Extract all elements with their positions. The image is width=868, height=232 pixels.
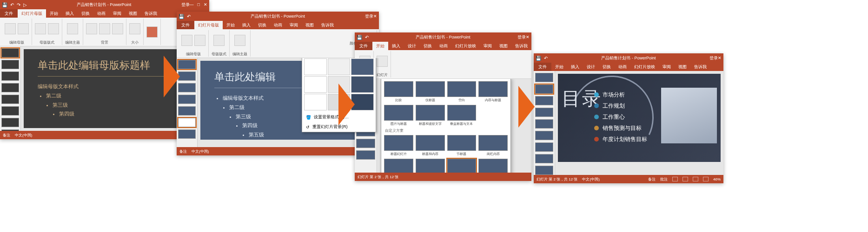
layout-option[interactable] [384, 81, 413, 97]
tab-file[interactable]: 文件 [0, 9, 18, 18]
insert-layout-button[interactable] [18, 23, 29, 34]
layout-option[interactable] [416, 105, 445, 121]
layout-thumb[interactable] [1, 60, 19, 69]
tab-file[interactable]: 文件 [355, 42, 372, 50]
layout-option[interactable] [447, 135, 477, 151]
thumbnail-pane[interactable] [0, 46, 21, 131]
notes-button[interactable]: 备注 [3, 133, 10, 138]
slideshow-icon[interactable]: ▷ [23, 2, 27, 7]
layout-thumb[interactable] [178, 118, 196, 127]
effects-button[interactable] [112, 23, 123, 34]
save-icon[interactable]: 💾 [179, 14, 184, 19]
layout-option[interactable] [384, 105, 413, 121]
insert-master-button[interactable] [181, 35, 192, 46]
layout-option[interactable] [416, 81, 445, 97]
slide-thumb[interactable] [535, 96, 553, 105]
bg-swatch[interactable] [304, 76, 327, 93]
insert-layout-button[interactable] [194, 35, 205, 46]
bg-swatch[interactable] [304, 94, 327, 110]
login-label[interactable]: 登录 [365, 13, 373, 19]
close-button[interactable]: ✕ [526, 35, 530, 39]
master-thumb[interactable] [178, 60, 196, 69]
slide-thumb[interactable] [535, 73, 553, 82]
layout-option[interactable] [416, 135, 445, 151]
slide-thumb[interactable] [535, 108, 553, 117]
tab-view[interactable]: 视图 [496, 42, 511, 50]
close-button[interactable]: ✕ [373, 14, 377, 19]
tab-view[interactable]: 视图 [302, 21, 318, 29]
themes-button[interactable] [67, 23, 78, 34]
slide-thumb[interactable] [535, 119, 553, 129]
login-label[interactable]: 登录 [517, 34, 526, 40]
colors-button[interactable] [86, 23, 97, 34]
tab-review[interactable]: 审阅 [480, 42, 496, 50]
layout-thumb[interactable] [178, 129, 196, 139]
save-icon[interactable]: 💾 [2, 2, 7, 7]
master-layout-button[interactable] [35, 23, 46, 34]
language-indicator[interactable]: 中文(中国) [192, 149, 209, 154]
slide-thumb[interactable] [535, 84, 553, 94]
layout-thumb[interactable] [1, 83, 19, 92]
slide-thumbnail-pane[interactable] [534, 71, 555, 175]
tab-review[interactable]: 审阅 [659, 63, 675, 71]
tab-view[interactable]: 视图 [675, 63, 690, 71]
fonts-button[interactable] [99, 23, 110, 34]
placeholder-button[interactable] [213, 35, 225, 46]
slide-thumb[interactable] [535, 131, 553, 140]
slideshow-view-button[interactable] [703, 177, 709, 181]
close-button[interactable]: ✕ [718, 56, 722, 60]
slide-editor[interactable]: 目录 市场分析 工作规划 工作重心 销售预测与目标 年度计划销售目标 [555, 71, 723, 175]
minimize-button[interactable]: — [190, 2, 194, 7]
save-icon[interactable]: 💾 [536, 56, 541, 61]
layout-thumb[interactable] [1, 71, 19, 81]
tab-tellme[interactable]: 告诉我 [511, 42, 531, 50]
slide-size-button[interactable] [129, 23, 140, 34]
layout-thumb[interactable] [1, 118, 19, 127]
layout-thumb[interactable] [1, 106, 19, 116]
close-master-button[interactable] [146, 26, 158, 38]
tab-home[interactable]: 开始 [551, 63, 567, 71]
maximize-button[interactable]: □ [198, 2, 200, 7]
tab-file[interactable]: 文件 [534, 63, 551, 71]
tab-animations[interactable]: 动画 [93, 9, 109, 18]
layout-thumb[interactable] [1, 95, 19, 104]
insert-master-button[interactable] [5, 23, 16, 34]
tab-insert[interactable]: 插入 [239, 21, 254, 29]
layout-option[interactable] [416, 159, 445, 173]
layout-option[interactable] [478, 81, 508, 97]
redo-icon[interactable]: ↷ [17, 2, 20, 7]
layout-thumb[interactable] [178, 83, 196, 92]
tab-file[interactable]: 文件 [177, 21, 194, 29]
slide-thumb[interactable] [535, 142, 553, 152]
layout-option[interactable] [447, 81, 477, 97]
undo-icon[interactable]: ↶ [187, 14, 191, 19]
tab-tellme[interactable]: 告诉我 [318, 21, 338, 29]
tab-review[interactable]: 审阅 [286, 21, 302, 29]
normal-view-button[interactable] [672, 177, 678, 181]
layout-option[interactable] [447, 159, 477, 173]
language-indicator[interactable]: 中文(中国) [582, 177, 599, 182]
tab-review[interactable]: 审阅 [109, 9, 125, 18]
layout-option[interactable] [384, 135, 413, 151]
placeholder-button[interactable] [48, 23, 59, 34]
tab-design[interactable]: 设计 [583, 63, 599, 71]
tab-home[interactable]: 开始 [223, 21, 239, 29]
bg-swatch[interactable] [328, 58, 351, 75]
layout-option[interactable] [478, 159, 508, 173]
undo-icon[interactable]: ↶ [10, 2, 14, 7]
save-icon[interactable]: 💾 [357, 35, 362, 40]
tab-design[interactable]: 设计 [404, 42, 420, 50]
layout-option[interactable] [384, 159, 413, 173]
tab-insert[interactable]: 插入 [62, 9, 78, 18]
tab-slideshow[interactable]: 幻灯片放映 [451, 42, 480, 50]
tab-insert[interactable]: 插入 [567, 63, 583, 71]
tab-transitions[interactable]: 切换 [254, 21, 270, 29]
tab-animations[interactable]: 动画 [436, 42, 451, 50]
tab-tellme[interactable]: 告诉我 [141, 9, 161, 18]
tab-transitions[interactable]: 切换 [78, 9, 93, 18]
zoom-level[interactable]: 46% [713, 177, 721, 181]
tab-home[interactable]: 开始 [46, 9, 62, 18]
tab-animations[interactable]: 动画 [615, 63, 630, 71]
tab-tellme[interactable]: 告诉我 [690, 63, 710, 71]
tab-slide-master[interactable]: 幻灯片母版 [194, 21, 223, 29]
